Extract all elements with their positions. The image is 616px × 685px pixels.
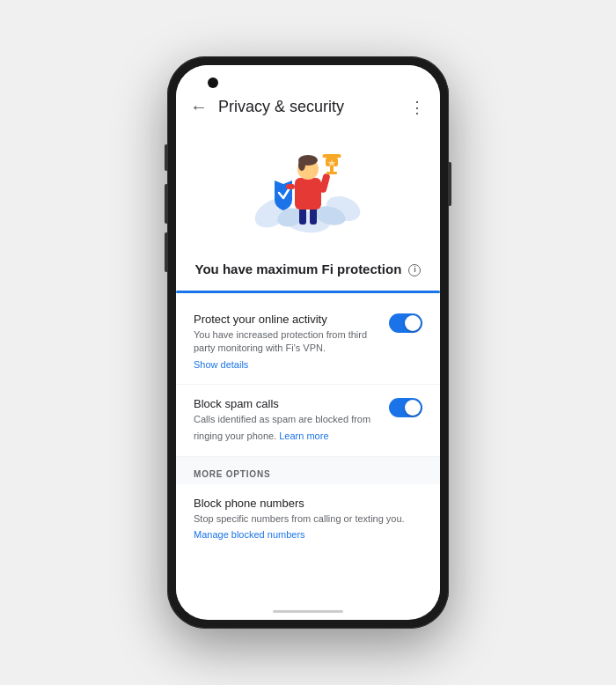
svg-rect-8 bbox=[286, 184, 295, 189]
block-spam-calls-desc: Calls identified as spam are blocked fro… bbox=[194, 413, 378, 444]
back-button[interactable]: ← bbox=[190, 97, 208, 117]
block-spam-calls-toggle[interactable] bbox=[389, 398, 422, 417]
more-options-section: MORE OPTIONS Block phone numbers Stop sp… bbox=[176, 457, 440, 554]
block-spam-calls-text: Block spam calls Calls identified as spa… bbox=[194, 397, 389, 444]
protect-online-activity-title: Protect your online activity bbox=[194, 313, 378, 326]
manage-blocked-numbers-link[interactable]: Manage blocked numbers bbox=[194, 529, 305, 540]
more-options-button[interactable]: ⋮ bbox=[409, 98, 426, 117]
hero-section bbox=[176, 124, 440, 251]
protection-section: You have maximum Fi protection i bbox=[176, 251, 440, 291]
svg-rect-7 bbox=[295, 178, 321, 210]
block-spam-calls-title: Block spam calls bbox=[194, 397, 378, 410]
protect-online-activity-toggle[interactable] bbox=[389, 313, 422, 333]
protect-online-activity-text: Protect your online activity You have in… bbox=[194, 313, 389, 372]
block-spam-calls-row: Block spam calls Calls identified as spa… bbox=[176, 385, 440, 457]
hero-illustration bbox=[246, 138, 370, 244]
volume-up-button bbox=[165, 144, 167, 171]
protect-online-activity-desc: You have increased protection from third… bbox=[194, 328, 378, 356]
info-icon[interactable]: i bbox=[408, 264, 421, 276]
phone-screen: ← Privacy & security ⋮ bbox=[176, 65, 440, 620]
svg-rect-12 bbox=[326, 172, 337, 174]
mute-switch bbox=[165, 232, 167, 272]
nav-bar: ← Privacy & security ⋮ bbox=[176, 90, 440, 124]
show-details-link[interactable]: Show details bbox=[194, 359, 248, 370]
progress-bar-fill bbox=[176, 291, 440, 293]
svg-point-16 bbox=[298, 158, 305, 171]
home-indicator bbox=[273, 610, 343, 613]
volume-down-button bbox=[165, 184, 167, 224]
camera-hole bbox=[208, 77, 218, 88]
more-options-label: MORE OPTIONS bbox=[176, 457, 440, 484]
block-numbers-desc: Stop specific numbers from calling or te… bbox=[194, 512, 422, 526]
power-button bbox=[449, 162, 451, 206]
learn-more-link[interactable]: Learn more bbox=[279, 430, 328, 443]
block-numbers-row: Block phone numbers Stop specific number… bbox=[176, 484, 440, 554]
scroll-content: You have maximum Fi protection i Protect… bbox=[176, 124, 440, 612]
progress-bar-container bbox=[176, 291, 440, 293]
protection-title: You have maximum Fi protection i bbox=[194, 261, 422, 276]
svg-rect-11 bbox=[330, 166, 334, 172]
phone-frame: ← Privacy & security ⋮ bbox=[167, 56, 449, 629]
block-numbers-title: Block phone numbers bbox=[194, 497, 422, 510]
protect-online-activity-row: Protect your online activity You have in… bbox=[176, 300, 440, 385]
page-title: Privacy & security bbox=[218, 98, 409, 116]
